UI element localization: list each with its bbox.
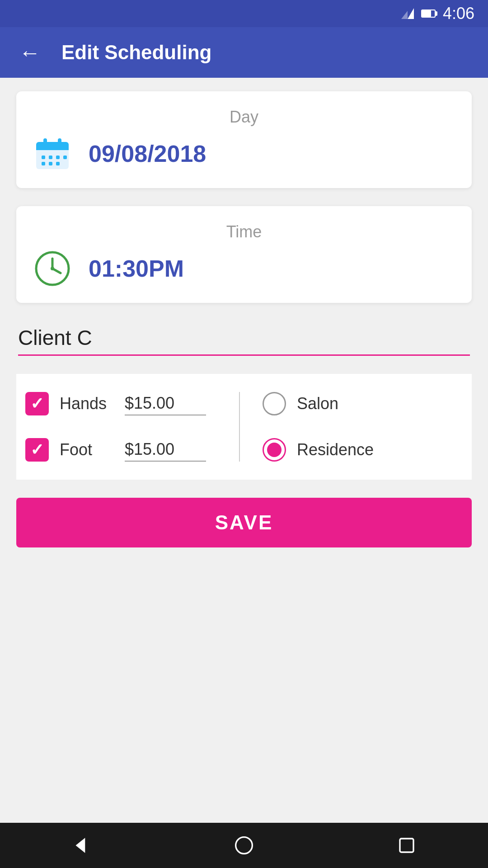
status-icons: 4:06: [401, 4, 474, 23]
svg-marker-18: [76, 838, 85, 853]
svg-rect-6: [58, 138, 61, 146]
day-card[interactable]: Day 09/08/2018: [16, 91, 472, 188]
time-card[interactable]: Time 01:30PM: [16, 206, 472, 303]
app-bar: ← Edit Scheduling: [0, 27, 488, 78]
calendar-icon: [34, 136, 70, 172]
salon-label: Salon: [297, 394, 338, 413]
day-value: 09/08/2018: [89, 140, 206, 167]
client-input[interactable]: [18, 321, 470, 356]
time-value: 01:30PM: [89, 255, 184, 282]
svg-point-19: [236, 837, 253, 854]
home-nav-icon: [233, 834, 255, 857]
hands-checkbox[interactable]: ✓: [25, 392, 49, 415]
hands-label: Hands: [60, 394, 114, 413]
status-bar: 4:06: [0, 0, 488, 27]
time-value-row: 01:30PM: [34, 250, 454, 287]
hands-row: ✓ Hands: [25, 392, 225, 415]
battery-icon: [421, 9, 436, 18]
foot-row: ✓ Foot: [25, 438, 225, 462]
day-value-row: 09/08/2018: [34, 136, 454, 172]
recents-nav-button[interactable]: [389, 832, 425, 859]
svg-rect-10: [63, 156, 67, 159]
back-nav-icon: [70, 834, 93, 857]
residence-radio-fill: [267, 443, 282, 457]
salon-radio[interactable]: [263, 392, 286, 415]
salon-radio-row[interactable]: Salon: [263, 392, 463, 415]
signal-icon: [401, 8, 414, 19]
foot-label: Foot: [60, 440, 114, 459]
svg-rect-4: [36, 147, 69, 150]
main-content: Day 09/08/2018 Time: [0, 78, 488, 823]
hands-price-input[interactable]: [125, 392, 206, 415]
app-bar-title: Edit Scheduling: [61, 41, 211, 64]
svg-marker-0: [408, 8, 414, 19]
svg-rect-13: [56, 162, 60, 165]
svg-rect-12: [49, 162, 52, 165]
save-button[interactable]: SAVE: [16, 498, 472, 547]
time-label: Time: [34, 222, 454, 241]
residence-radio-row[interactable]: Residence: [263, 438, 463, 462]
services-container: ✓ Hands ✓ Foot Salon: [16, 374, 472, 480]
svg-marker-1: [401, 11, 408, 19]
foot-checkbox[interactable]: ✓: [25, 438, 49, 462]
services-right: Salon Residence: [240, 392, 463, 462]
back-nav-button[interactable]: [63, 832, 99, 859]
bottom-nav: [0, 823, 488, 868]
client-field-container[interactable]: [16, 321, 472, 356]
svg-point-17: [51, 267, 54, 270]
home-nav-button[interactable]: [226, 832, 262, 859]
svg-rect-5: [43, 138, 47, 146]
back-button[interactable]: ←: [16, 39, 43, 66]
residence-radio[interactable]: [263, 438, 286, 462]
svg-rect-20: [400, 839, 413, 852]
svg-rect-11: [42, 162, 45, 165]
residence-label: Residence: [297, 440, 374, 459]
svg-rect-9: [56, 156, 60, 159]
services-left: ✓ Hands ✓ Foot: [25, 392, 240, 462]
recents-nav-icon: [395, 834, 418, 857]
status-time: 4:06: [443, 4, 474, 23]
clock-icon: [34, 250, 70, 287]
svg-rect-7: [42, 156, 45, 159]
day-label: Day: [34, 108, 454, 127]
foot-price-input[interactable]: [125, 438, 206, 462]
svg-rect-8: [49, 156, 52, 159]
